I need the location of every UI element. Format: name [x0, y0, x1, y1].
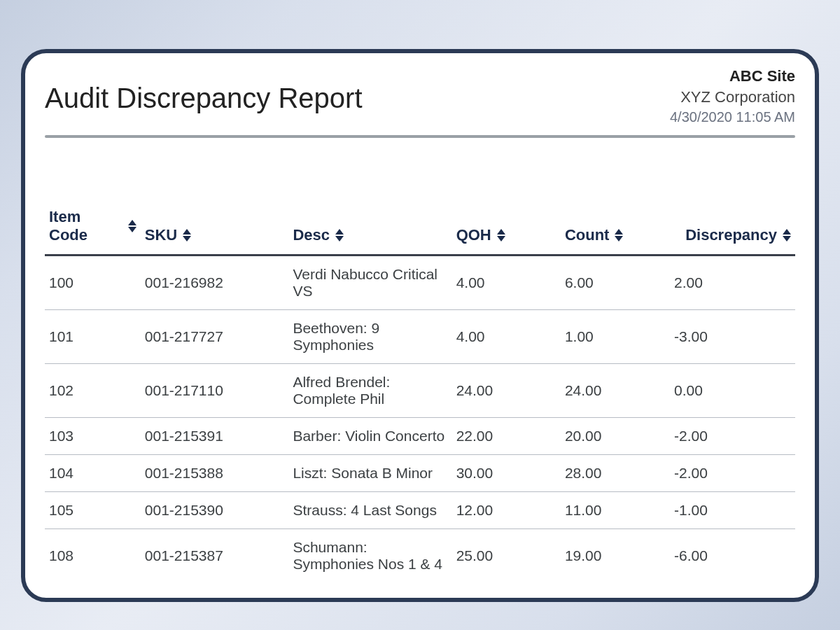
- table-body: 100 001-216982 Verdi Nabucco Critical VS…: [45, 255, 795, 583]
- col-label: Discrepancy: [685, 226, 777, 244]
- col-label: Count: [565, 226, 610, 244]
- cell-item-code: 101: [45, 310, 141, 364]
- sort-icon[interactable]: [183, 229, 191, 241]
- cell-desc: Barber: Violin Concerto: [288, 418, 451, 455]
- cell-count: 28.00: [561, 455, 670, 492]
- cell-qoh: 22.00: [452, 418, 561, 455]
- table-row: 105 001-215390 Strauss: 4 Last Songs 12.…: [45, 492, 795, 529]
- cell-qoh: 4.00: [452, 310, 561, 364]
- sort-icon[interactable]: [615, 229, 623, 241]
- cell-sku: 001-216982: [141, 255, 289, 310]
- svg-marker-7: [497, 236, 505, 241]
- cell-sku: 001-215388: [141, 455, 289, 492]
- cell-desc: Verdi Nabucco Critical VS: [288, 255, 451, 310]
- report-title: Audit Discrepancy Report: [45, 83, 363, 114]
- cell-qoh: 4.00: [452, 255, 561, 310]
- cell-sku: 001-215391: [141, 418, 289, 455]
- cell-item-code: 103: [45, 418, 141, 455]
- sort-icon[interactable]: [497, 229, 505, 241]
- table-row: 104 001-215388 Liszt: Sonata B Minor 30.…: [45, 455, 795, 492]
- svg-marker-4: [335, 229, 344, 234]
- col-header-discrepancy[interactable]: Discrepancy: [670, 201, 795, 255]
- table-row: 108 001-215387 Schumann: Symphonies Nos …: [45, 529, 795, 583]
- cell-item-code: 104: [45, 455, 141, 492]
- svg-marker-1: [128, 227, 136, 232]
- svg-marker-11: [783, 236, 791, 241]
- cell-desc: Alfred Brendel: Complete Phil: [288, 364, 451, 418]
- cell-qoh: 12.00: [452, 492, 561, 529]
- cell-sku: 001-215390: [141, 492, 289, 529]
- cell-desc: Beethoven: 9 Symphonies: [288, 310, 451, 364]
- sort-icon[interactable]: [335, 229, 344, 241]
- svg-marker-8: [615, 229, 623, 234]
- cell-item-code: 108: [45, 529, 141, 583]
- cell-count: 24.00: [561, 364, 670, 418]
- table-row: 103 001-215391 Barber: Violin Concerto 2…: [45, 418, 795, 455]
- report-meta: ABC Site XYZ Corporation 4/30/2020 11:05…: [670, 66, 795, 125]
- col-label: SKU: [145, 226, 177, 244]
- cell-count: 19.00: [561, 529, 670, 583]
- col-label: Desc: [293, 226, 330, 244]
- cell-sku: 001-215387: [141, 529, 289, 583]
- cell-discrepancy: -1.00: [670, 492, 795, 529]
- report-timestamp: 4/30/2020 11:05 AM: [670, 109, 795, 125]
- col-label: QOH: [456, 226, 491, 244]
- cell-discrepancy: 2.00: [670, 255, 795, 310]
- svg-marker-5: [335, 236, 344, 241]
- company-name: XYZ Corporation: [670, 88, 795, 106]
- sort-icon[interactable]: [128, 220, 136, 232]
- cell-desc: Liszt: Sonata B Minor: [288, 455, 451, 492]
- sort-icon[interactable]: [783, 229, 791, 241]
- cell-discrepancy: -2.00: [670, 455, 795, 492]
- cell-sku: 001-217727: [141, 310, 289, 364]
- table-header-row: Item Code SKU: [45, 201, 795, 255]
- cell-item-code: 100: [45, 255, 141, 310]
- discrepancy-table: Item Code SKU: [45, 201, 795, 582]
- cell-desc: Strauss: 4 Last Songs: [288, 492, 451, 529]
- col-header-desc[interactable]: Desc: [288, 201, 451, 255]
- cell-count: 1.00: [561, 310, 670, 364]
- col-label: Item Code: [49, 208, 122, 244]
- svg-marker-0: [128, 220, 136, 225]
- cell-desc: Schumann: Symphonies Nos 1 & 4: [288, 529, 451, 583]
- table-row: 101 001-217727 Beethoven: 9 Symphonies 4…: [45, 310, 795, 364]
- cell-qoh: 30.00: [452, 455, 561, 492]
- col-header-sku[interactable]: SKU: [141, 201, 289, 255]
- cell-qoh: 24.00: [452, 364, 561, 418]
- svg-marker-9: [615, 236, 623, 241]
- report-header: Audit Discrepancy Report ABC Site XYZ Co…: [45, 66, 795, 135]
- report-card: Audit Discrepancy Report ABC Site XYZ Co…: [21, 49, 819, 602]
- site-name: ABC Site: [670, 67, 795, 85]
- cell-qoh: 25.00: [452, 529, 561, 583]
- col-header-count[interactable]: Count: [561, 201, 670, 255]
- cell-sku: 001-217110: [141, 364, 289, 418]
- cell-count: 20.00: [561, 418, 670, 455]
- col-header-item-code[interactable]: Item Code: [45, 201, 141, 255]
- cell-discrepancy: -6.00: [670, 529, 795, 583]
- cell-discrepancy: -2.00: [670, 418, 795, 455]
- svg-marker-10: [783, 229, 791, 234]
- table-row: 102 001-217110 Alfred Brendel: Complete …: [45, 364, 795, 418]
- svg-marker-2: [183, 229, 191, 234]
- cell-item-code: 105: [45, 492, 141, 529]
- cell-count: 11.00: [561, 492, 670, 529]
- cell-discrepancy: -3.00: [670, 310, 795, 364]
- cell-item-code: 102: [45, 364, 141, 418]
- cell-count: 6.00: [561, 255, 670, 310]
- header-divider: [45, 135, 795, 138]
- col-header-qoh[interactable]: QOH: [452, 201, 561, 255]
- svg-marker-6: [497, 229, 505, 234]
- cell-discrepancy: 0.00: [670, 364, 795, 418]
- table-row: 100 001-216982 Verdi Nabucco Critical VS…: [45, 255, 795, 310]
- svg-marker-3: [183, 236, 191, 241]
